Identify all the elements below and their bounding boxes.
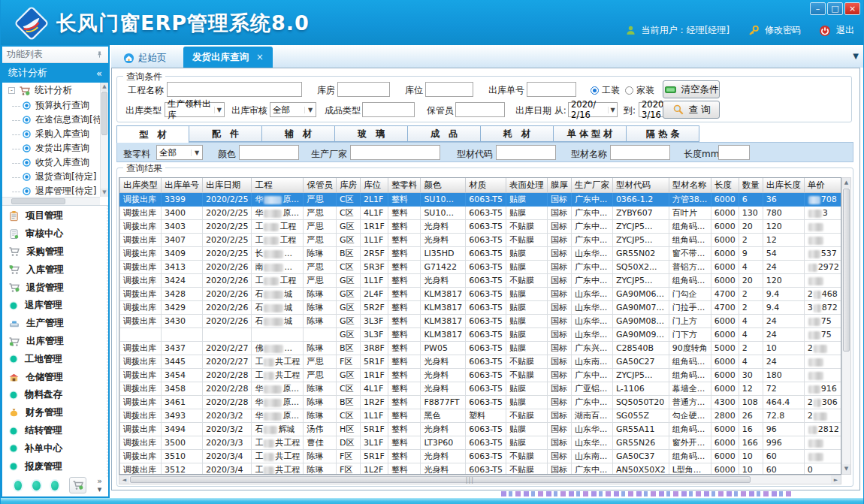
grid-cell[interactable]: 2020/3/4 [203,463,252,475]
grid-cell[interactable]: KLM3817 [421,315,466,328]
grid-cell[interactable]: 不贴膜 [506,450,547,463]
grid-cell[interactable]: 60 [763,450,804,463]
color-input[interactable] [239,145,299,160]
grid-cell[interactable]: 3458 [162,382,203,396]
grid-cell[interactable]: 2468 [804,288,841,301]
grid-cell[interactable]: 5R3F [360,261,388,274]
grid-cell[interactable]: 20 [739,220,763,234]
grid-cell[interactable]: ZYBY607 [612,207,669,220]
grid-cell[interactable]: 6063-T5 [466,423,506,436]
grid-cell[interactable]: 国标 [547,315,571,328]
grid-cell[interactable]: GA50C37 [612,450,669,463]
grid-cell[interactable]: 3461 [162,396,203,409]
grid-cell[interactable]: 长... [252,247,304,261]
grid-cell[interactable]: 调拨出库 [120,234,162,247]
table-row[interactable]: 调拨出库34032020/2/25工工程严思G区1R1F整料光身料6063-T5… [120,220,842,234]
grid-cell[interactable]: 门拉手... [669,301,711,315]
grid-cell[interactable]: 3403 [162,220,203,234]
grid-cell[interactable]: 6063-T5 [466,369,506,382]
grid-cell[interactable]: 华原... [252,396,304,409]
grid-cell[interactable]: 华原... [252,193,304,207]
grid-cell[interactable]: C区 [336,193,360,207]
sidebar-item-结转管理[interactable]: 结转管理 [8,424,107,439]
grid-cell[interactable]: 国标 [547,288,571,301]
pin-icon[interactable] [95,50,104,59]
grid-cell[interactable]: 916 [804,382,841,396]
grid-cell[interactable]: 5R1F [360,450,388,463]
date-from-select[interactable]: 2020/ 2/16▼ [568,102,618,117]
grid-cell[interactable]: 光身料 [421,423,466,436]
grid-cell[interactable]: 3424 [162,274,203,288]
maximize-button[interactable]: □ [827,2,843,15]
grid-cell[interactable]: 调拨出库 [120,315,162,328]
out-type-select[interactable]: 生产领料出库▼ [165,102,225,117]
tree-item[interactable]: 预算执行查询 [2,98,108,113]
grid-cell[interactable]: GA90M07... [612,301,669,315]
grid-cell[interactable]: 9.4 [763,288,804,301]
grid-cell[interactable]: AN50X50X2 [612,463,669,475]
grid-cell[interactable]: 贴膜 [506,247,547,261]
grid-cell[interactable]: 166 [739,436,763,450]
grid-cell[interactable]: 国标 [547,261,571,274]
grid-cell[interactable]: 幕墙全... [669,382,711,396]
manufacturer-input[interactable] [350,145,440,160]
grid-cell[interactable]: 6 [739,193,763,207]
profile-name-input[interactable] [610,145,670,160]
grid-cell[interactable]: 3454 [162,369,203,382]
grid-cell[interactable]: 调拨出库 [120,450,162,463]
grid-cell[interactable]: 整料 [388,261,421,274]
grid-cell[interactable]: 陈琳 [304,463,337,475]
sidebar-item-财务管理[interactable]: 财务管理 [8,406,107,421]
scroll-up-icon[interactable]: ▲ [842,178,850,188]
table-row[interactable]: 调拨出库34072020/2/25工工程严思G区1L1F整料光身料6063-T5… [120,234,842,247]
grid-cell[interactable]: 2812 [804,423,841,436]
grid-cell[interactable]: 严思 [304,234,337,247]
grid-cell[interactable]: 山东华... [571,315,612,328]
project-name-input[interactable] [167,82,302,97]
grid-cell[interactable]: 6063-T5 [466,436,506,450]
grid-cell[interactable]: F区 [336,450,360,463]
grid-cell[interactable]: 2020/2/25 [203,193,252,207]
grid-cell[interactable]: G区 [336,328,360,342]
grid-cell[interactable]: 华原... [252,409,304,423]
grid-cell[interactable]: 72.8 [763,409,804,423]
grid-cell[interactable]: 6000 [711,436,739,450]
grid-cell[interactable]: 严思 [304,355,337,369]
grid-cell[interactable]: 1R2F [360,396,388,409]
grid-cell[interactable]: B区 [336,247,360,261]
grid-cell[interactable]: 光身料 [421,234,466,247]
grid-cell[interactable]: 3428 [162,288,203,301]
grid-cell[interactable]: 广东兴... [571,342,612,355]
column-header[interactable]: 长度 [711,178,739,193]
grid-cell[interactable]: 窗不带... [669,247,711,261]
grid-cell[interactable]: 6000 [711,261,739,274]
grid-cell[interactable]: 百叶片 [669,207,711,220]
tab-overflow-icon[interactable]: ▼ [853,52,859,60]
sidebar-item-物料盘存[interactable]: 物料盘存 [8,388,107,403]
grid-cell[interactable]: 整料 [388,301,421,315]
grid-cell[interactable]: ZYCJP5... [612,220,669,234]
column-header[interactable]: 库房 [336,178,360,193]
grid-cell[interactable]: 6063-T5 [466,247,506,261]
grid-cell[interactable]: 国标 [547,369,571,382]
grid-cell[interactable]: 组角码... [669,450,711,463]
footer-cart-button[interactable] [69,477,86,493]
grid-cell[interactable]: 工共工程 [252,463,304,475]
grid-cell[interactable]: 广东中... [571,220,612,234]
material-tab[interactable]: 单 体 型 材 [554,125,627,142]
grid-cell[interactable]: 国标 [547,355,571,369]
grid-cell[interactable]: 不贴膜 [506,220,547,234]
grid-cell[interactable]: 山东南... [571,355,612,369]
grid-cell[interactable]: 2020/2/28 [203,396,252,409]
grid-cell[interactable]: F8877FT [421,396,466,409]
grid-cell[interactable] [804,436,841,450]
grid-cell[interactable]: 严思 [304,207,337,220]
grid-cell[interactable]: 6000 [711,234,739,247]
grid-cell[interactable]: 0 [804,463,841,475]
grid-cell[interactable]: 普铝方... [669,261,711,274]
grid-cell[interactable]: 3L3F [360,328,388,342]
grid-cell[interactable]: 整料 [388,288,421,301]
grid-cell[interactable]: 4300 [711,396,739,409]
grid-cell[interactable] [304,328,337,342]
grid-cell[interactable]: 3430 [162,315,203,328]
